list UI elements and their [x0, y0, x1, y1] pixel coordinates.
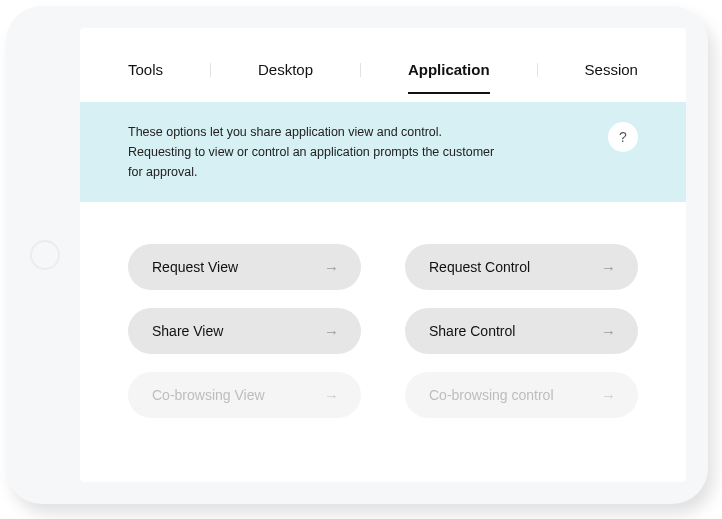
share-control-button[interactable]: Share Control → — [405, 308, 638, 354]
share-view-button[interactable]: Share View → — [128, 308, 361, 354]
button-label: Request View — [152, 259, 238, 275]
cobrowsing-view-button: Co-browsing View → — [128, 372, 361, 418]
tab-bar: Tools Desktop Application Session — [80, 28, 686, 102]
tab-separator — [210, 63, 211, 77]
cobrowsing-control-button: Co-browsing control → — [405, 372, 638, 418]
arrow-right-icon: → — [601, 259, 616, 276]
button-label: Share Control — [429, 323, 515, 339]
help-button[interactable]: ? — [608, 122, 638, 152]
button-label: Share View — [152, 323, 223, 339]
info-banner-text: These options let you share application … — [128, 122, 508, 182]
tab-separator — [360, 63, 361, 77]
arrow-right-icon: → — [324, 323, 339, 340]
arrow-right-icon: → — [601, 387, 616, 404]
tab-desktop[interactable]: Desktop — [258, 61, 313, 94]
tab-application[interactable]: Application — [408, 61, 490, 94]
info-banner: These options let you share application … — [80, 102, 686, 202]
tablet-frame: Tools Desktop Application Session These … — [6, 6, 708, 504]
actions-grid: Request View → Request Control → Share V… — [80, 202, 686, 446]
tablet-home-button[interactable] — [30, 240, 60, 270]
button-label: Request Control — [429, 259, 530, 275]
arrow-right-icon: → — [324, 259, 339, 276]
button-label: Co-browsing control — [429, 387, 554, 403]
button-label: Co-browsing View — [152, 387, 265, 403]
arrow-right-icon: → — [601, 323, 616, 340]
tab-session[interactable]: Session — [585, 61, 638, 94]
request-view-button[interactable]: Request View → — [128, 244, 361, 290]
request-control-button[interactable]: Request Control → — [405, 244, 638, 290]
tab-tools[interactable]: Tools — [128, 61, 163, 94]
app-screen: Tools Desktop Application Session These … — [80, 28, 686, 482]
arrow-right-icon: → — [324, 387, 339, 404]
tab-separator — [537, 63, 538, 77]
